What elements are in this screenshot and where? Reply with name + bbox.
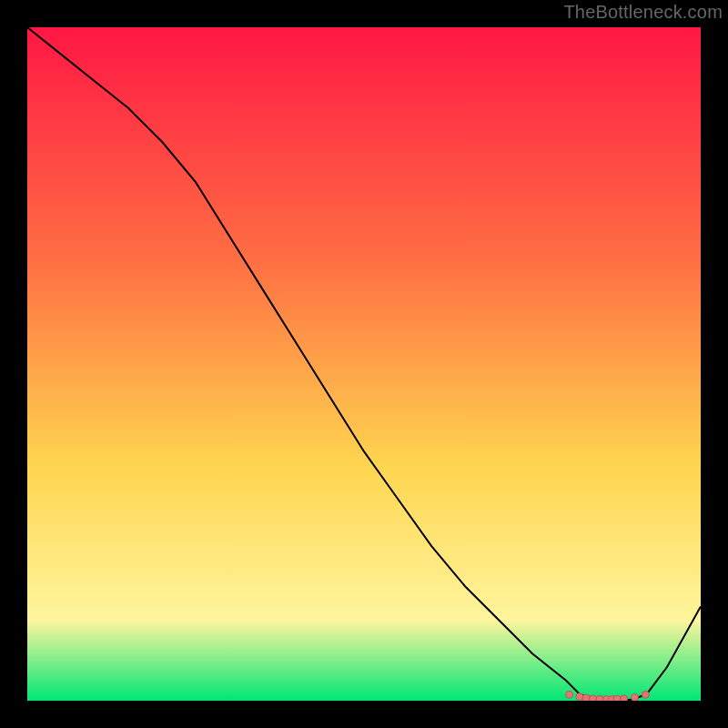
data-marker — [566, 691, 573, 698]
data-marker — [596, 695, 603, 701]
chart-svg — [27, 27, 701, 701]
data-marker — [631, 693, 638, 701]
data-marker — [642, 691, 649, 698]
data-marker — [582, 694, 590, 701]
data-marker — [576, 693, 583, 701]
chart-frame: TheBottleneck.com — [0, 0, 728, 728]
data-marker — [621, 695, 628, 701]
plot-area — [27, 27, 701, 701]
gradient-background — [27, 27, 701, 701]
data-marker — [613, 695, 621, 701]
watermark-text: TheBottleneck.com — [563, 2, 723, 23]
data-marker — [590, 695, 597, 701]
